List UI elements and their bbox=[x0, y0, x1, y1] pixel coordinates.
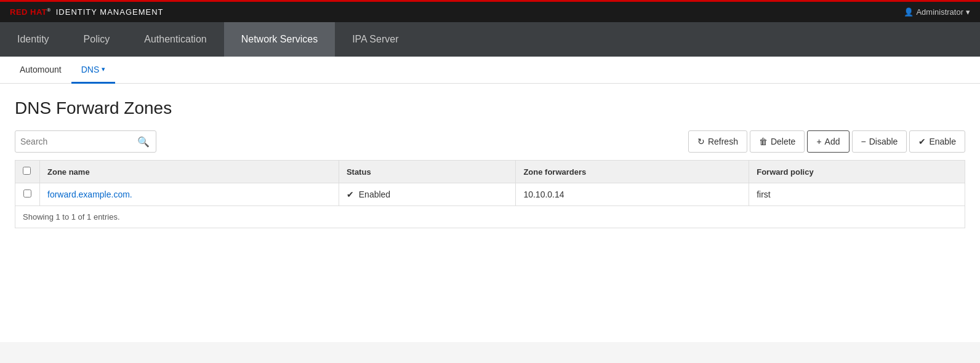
page-title: DNS Forward Zones bbox=[15, 98, 965, 118]
disable-button[interactable]: − Disable bbox=[852, 130, 907, 153]
header-checkbox-cell bbox=[15, 161, 40, 183]
brand: RED HAT® IDENTITY MANAGEMENT bbox=[10, 7, 164, 17]
user-menu[interactable]: 👤 Administrator ▾ bbox=[904, 7, 970, 17]
row-checkbox-cell bbox=[15, 183, 40, 206]
search-icon: 🔍 bbox=[137, 136, 150, 148]
subnav-dns-label: DNS bbox=[81, 65, 100, 74]
nav-item-policy[interactable]: Policy bbox=[66, 22, 127, 57]
action-buttons: ↻ Refresh 🗑 Delete + Add − Disable ✔ Ena… bbox=[688, 130, 965, 153]
dns-zones-table: Zone name Status Zone forwarders Forward… bbox=[15, 160, 965, 206]
subnav-item-automount[interactable]: Automount bbox=[10, 57, 71, 84]
main-nav: Identity Policy Authentication Network S… bbox=[0, 22, 980, 57]
refresh-button[interactable]: ↻ Refresh bbox=[688, 130, 747, 153]
brand-logo: RED HAT® bbox=[10, 7, 51, 17]
table-row: forward.example.com. ✔ Enabled 10.10.0.1… bbox=[15, 183, 965, 206]
add-button[interactable]: + Add bbox=[807, 130, 849, 153]
entries-count: Showing 1 to 1 of 1 entries. bbox=[23, 212, 120, 221]
search-input[interactable] bbox=[20, 137, 137, 146]
page-content: DNS Forward Zones 🔍 ↻ Refresh 🗑 Delete +… bbox=[0, 84, 980, 342]
add-icon: + bbox=[816, 137, 821, 146]
user-chevron-icon: ▾ bbox=[966, 7, 970, 17]
user-icon: 👤 bbox=[904, 7, 914, 17]
disable-icon: − bbox=[861, 137, 866, 146]
header-forward-policy: Forward policy bbox=[749, 161, 965, 183]
nav-item-ipa-server[interactable]: IPA Server bbox=[335, 22, 416, 57]
enable-icon: ✔ bbox=[918, 137, 926, 146]
nav-item-network-services[interactable]: Network Services bbox=[224, 22, 335, 57]
row-checkbox[interactable] bbox=[23, 189, 31, 197]
delete-icon: 🗑 bbox=[759, 137, 768, 146]
select-all-checkbox[interactable] bbox=[23, 167, 31, 175]
row-forward-policy: first bbox=[749, 183, 965, 206]
subnav-item-dns[interactable]: DNS ▾ bbox=[71, 57, 116, 84]
subnav-automount-label: Automount bbox=[20, 65, 62, 74]
brand-title: IDENTITY MANAGEMENT bbox=[56, 7, 164, 17]
user-name: Administrator bbox=[916, 7, 963, 17]
toolbar: 🔍 ↻ Refresh 🗑 Delete + Add − Disable ✔ E… bbox=[15, 130, 965, 153]
row-zone-forwarders: 10.10.0.14 bbox=[516, 183, 749, 206]
refresh-icon: ↻ bbox=[697, 137, 705, 146]
status-text: Enabled bbox=[359, 189, 390, 199]
delete-button[interactable]: 🗑 Delete bbox=[750, 130, 805, 153]
zone-name-link[interactable]: forward.example.com. bbox=[47, 189, 132, 199]
nav-item-authentication[interactable]: Authentication bbox=[127, 22, 223, 57]
top-bar: RED HAT® IDENTITY MANAGEMENT 👤 Administr… bbox=[0, 0, 980, 22]
nav-item-identity[interactable]: Identity bbox=[0, 22, 66, 57]
status-check-icon: ✔ bbox=[347, 189, 354, 199]
header-zone-forwarders: Zone forwarders bbox=[516, 161, 749, 183]
table-header-row: Zone name Status Zone forwarders Forward… bbox=[15, 161, 965, 183]
table-footer: Showing 1 to 1 of 1 entries. bbox=[15, 206, 965, 228]
row-status: ✔ Enabled bbox=[339, 183, 516, 206]
sub-nav: Automount DNS ▾ bbox=[0, 57, 980, 84]
search-box[interactable]: 🔍 bbox=[15, 130, 156, 153]
dns-chevron-icon: ▾ bbox=[102, 65, 105, 73]
row-zone-name: forward.example.com. bbox=[40, 183, 339, 206]
enable-button[interactable]: ✔ Enable bbox=[909, 130, 965, 153]
header-status: Status bbox=[339, 161, 516, 183]
header-zone-name: Zone name bbox=[40, 161, 339, 183]
